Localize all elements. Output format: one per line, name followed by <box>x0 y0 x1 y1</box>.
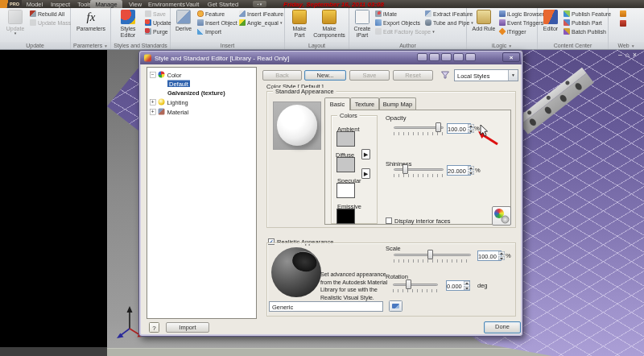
material-name-field[interactable]: Generic <box>269 301 383 312</box>
opacity-slider-handle[interactable] <box>436 122 441 132</box>
create-ipart-button[interactable]: Create iPart <box>351 9 374 42</box>
back-button[interactable]: Back <box>262 70 302 81</box>
dialog-view-button-5[interactable] <box>465 53 476 61</box>
tree-item-color[interactable]: − Color <box>147 70 181 79</box>
rotation-slider[interactable] <box>393 284 438 286</box>
pencil-icon <box>239 19 246 26</box>
display-interior-checkbox[interactable] <box>386 217 392 224</box>
minimize-icon[interactable]: – <box>618 52 622 59</box>
tab-bump-map[interactable]: Bump Map <box>379 97 416 110</box>
new-button[interactable]: New... <box>304 70 346 81</box>
spin-up-icon[interactable] <box>468 166 474 170</box>
rebuild-all-button[interactable]: Rebuild All <box>30 10 64 18</box>
ambient-swatch[interactable] <box>336 131 355 147</box>
publish-part-button[interactable]: Publish Part <box>564 19 602 27</box>
web-button-1[interactable] <box>620 10 626 18</box>
batch-publish-button[interactable]: Batch Publish <box>564 27 606 35</box>
dialog-view-button-2[interactable] <box>429 53 440 61</box>
specular-swatch[interactable] <box>336 183 355 198</box>
editor-button[interactable]: Editor <box>539 9 562 42</box>
tree-item-default[interactable]: Default <box>147 79 190 88</box>
make-part-button[interactable]: Make Part <box>287 9 312 42</box>
insert-object-button[interactable]: Insert Object <box>197 19 237 27</box>
rotation-spinner[interactable]: 0.000 <box>446 280 470 291</box>
spin-up-icon[interactable] <box>464 281 470 285</box>
tube-and-pipe-button[interactable]: Tube and Pipe▾ <box>425 19 473 27</box>
add-rule-button[interactable]: Add Rule <box>472 9 496 42</box>
dialog-close-button[interactable]: × <box>502 52 520 62</box>
event-triggers-button[interactable]: Event Triggers <box>499 19 543 27</box>
parameters-button[interactable]: fx Parameters <box>77 9 105 42</box>
styles-purge-button[interactable]: Purge <box>145 27 168 35</box>
update-mass-button[interactable]: Update Mass <box>30 19 71 27</box>
dialog-view-button-3[interactable] <box>441 53 452 61</box>
filter-icon[interactable] <box>440 70 450 80</box>
rotation-slider-handle[interactable] <box>406 279 411 289</box>
tree-item-galvanized[interactable]: Galvanized (texture) <box>147 88 225 97</box>
tab-view[interactable]: View <box>124 0 147 8</box>
spin-down-icon[interactable] <box>464 286 470 290</box>
publish-feature-button[interactable]: Publish Feature <box>564 10 611 18</box>
scale-spinner[interactable]: 100.00 <box>477 250 502 261</box>
tree-item-material[interactable]: + Material <box>147 107 188 116</box>
copy-diffuse-button[interactable]: ▶ <box>361 149 370 159</box>
tab-get-started[interactable]: Get Started <box>203 0 243 8</box>
help-button[interactable]: ? <box>149 322 159 333</box>
itrigger-button[interactable]: iTrigger <box>499 27 526 35</box>
angle-equal-button[interactable]: Angle_equal▾ <box>239 19 282 27</box>
collapse-icon[interactable]: − <box>150 72 156 78</box>
emissive-swatch[interactable] <box>336 209 355 224</box>
styles-update-button[interactable]: Update <box>145 19 171 27</box>
spin-down-icon[interactable] <box>498 256 505 260</box>
shininess-slider[interactable] <box>394 168 444 171</box>
dialog-view-button-4[interactable] <box>453 53 464 61</box>
edit-factory-scope-button[interactable]: Edit Factory Scope▾ <box>375 27 435 35</box>
imate-button[interactable]: iMate <box>375 10 397 18</box>
scale-ticks <box>394 259 471 263</box>
opacity-spinner[interactable]: 100.00 <box>447 123 471 134</box>
tab-basic[interactable]: Basic <box>324 97 350 110</box>
import-button[interactable]: Import <box>197 27 221 35</box>
diffuse-swatch[interactable] <box>336 157 355 172</box>
copy-specular-button[interactable]: ▶ <box>361 168 370 179</box>
export-objects-button[interactable]: Export Objects <box>375 19 420 27</box>
styles-filter-dropdown[interactable]: Local Styles ▼ <box>454 69 518 81</box>
tab-vault[interactable]: Vault <box>182 0 203 8</box>
save-button[interactable]: Save <box>349 70 390 81</box>
expand-icon[interactable]: + <box>150 99 156 106</box>
styles-editor-button[interactable]: Styles Editor <box>113 9 143 42</box>
insert-ifeature-button[interactable]: Insert iFeature <box>239 10 283 18</box>
feature-button[interactable]: Feature <box>197 10 225 18</box>
spin-up-icon[interactable] <box>498 251 505 255</box>
make-components-button[interactable]: Make Components <box>312 9 346 42</box>
close-icon[interactable]: × <box>633 52 637 59</box>
shininess-spinner[interactable]: 20.000 <box>447 165 471 176</box>
done-button[interactable]: Done <box>484 321 521 333</box>
color-wheel-button[interactable] <box>492 206 511 226</box>
tree-item-lighting[interactable]: + Lighting <box>147 97 188 106</box>
extract-ifeature-button[interactable]: Extract iFeature <box>425 10 473 18</box>
reset-button[interactable]: Reset <box>393 70 433 81</box>
expand-icon[interactable]: + <box>150 109 156 115</box>
app-logo[interactable]: PRO <box>0 0 22 8</box>
tab-environments[interactable]: Environments <box>147 0 187 8</box>
ribbon-options-button[interactable]: ▪ ▾ <box>253 1 266 7</box>
styles-save-button[interactable]: Save <box>145 10 166 18</box>
dialog-view-button-1[interactable] <box>417 53 427 61</box>
import-button[interactable]: Import <box>166 322 209 333</box>
scale-slider-handle[interactable] <box>427 250 433 259</box>
home-icon[interactable]: ⌂ <box>625 52 630 59</box>
tab-manage[interactable]: Manage <box>90 0 122 8</box>
style-tree[interactable]: − Color Default Galvanized (texture) + L… <box>147 67 257 319</box>
tab-inspect[interactable]: Inspect <box>47 0 74 8</box>
tab-model[interactable]: Model <box>23 0 47 8</box>
tab-texture[interactable]: Texture <box>350 97 379 110</box>
update-button[interactable]: Update ▾ <box>2 9 29 42</box>
web-button-2[interactable] <box>620 19 626 27</box>
material-browse-button[interactable] <box>389 300 402 312</box>
spin-down-icon[interactable] <box>468 171 474 175</box>
ilogic-browser-icon <box>499 10 506 17</box>
shininess-slider-handle[interactable] <box>402 164 408 174</box>
derive-button[interactable]: Derive <box>172 9 195 42</box>
rotation-unit: deg <box>477 282 488 289</box>
